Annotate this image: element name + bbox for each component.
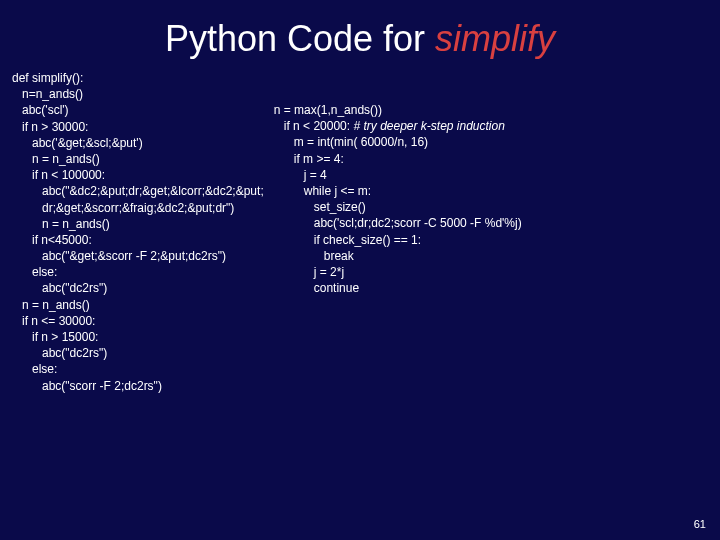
- title-emphasis: simplify: [435, 18, 555, 59]
- code-left-column: def simplify(): n=n_ands() abc('scl') if…: [12, 70, 264, 394]
- code-right-part2: m = int(min( 60000/n, 16) if m >= 4: j =…: [274, 135, 522, 295]
- code-comment: # try deeper k-step induction: [353, 119, 504, 133]
- content-area: def simplify(): n=n_ands() abc('scl') if…: [0, 70, 720, 394]
- title-prefix: Python Code for: [165, 18, 435, 59]
- slide-title: Python Code for simplify: [0, 0, 720, 70]
- code-right-column: n = max(1,n_ands()) if n < 20000: # try …: [274, 70, 522, 394]
- page-number: 61: [694, 518, 706, 530]
